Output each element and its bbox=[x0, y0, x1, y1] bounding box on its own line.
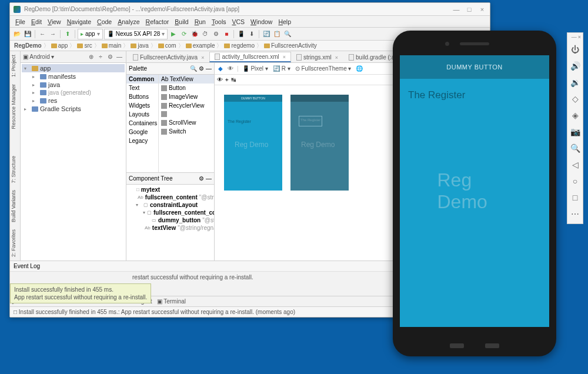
emulator-control-button[interactable]: 🔉 bbox=[567, 74, 583, 91]
emulator-control-button[interactable]: ◁ bbox=[567, 156, 583, 173]
sync-icon[interactable]: 🔄 bbox=[262, 29, 271, 39]
open-icon[interactable]: 📂 bbox=[12, 29, 22, 39]
palette-item[interactable]: Switch bbox=[159, 127, 214, 136]
palette-category[interactable]: Google bbox=[126, 128, 158, 136]
menu-window[interactable]: Window bbox=[248, 18, 275, 25]
design-preview[interactable]: DUMMY BUTTON The Register Reg Demo bbox=[224, 95, 282, 191]
component-tree-body[interactable]: □ mytextAb fullscreen_content "@string/r… bbox=[126, 185, 214, 261]
breadcrumb-item[interactable]: src bbox=[75, 42, 93, 49]
tree-item[interactable]: ▸java (generated) bbox=[22, 89, 125, 96]
tree-item[interactable]: ▾app bbox=[22, 64, 125, 72]
emu-minimize-icon[interactable]: — bbox=[572, 34, 577, 40]
breadcrumb-item[interactable]: main bbox=[100, 42, 123, 49]
orientation-select[interactable]: 🔄 R ▾ bbox=[272, 65, 292, 72]
debug-icon[interactable]: 🐞 bbox=[190, 29, 199, 39]
component-tree-item[interactable]: ▾▢ fullscreen_content_controls bbox=[128, 209, 213, 216]
run-config-dropdown[interactable]: ▸app ▾ bbox=[78, 29, 103, 39]
editor-tab[interactable]: FullscreenActivity.java× bbox=[128, 52, 209, 62]
bottom-tab[interactable]: ▣ Terminal bbox=[157, 298, 186, 305]
save-icon[interactable]: 💾 bbox=[23, 29, 32, 39]
tree-item[interactable]: ▸Gradle Scripts bbox=[22, 105, 125, 113]
breadcrumb-item[interactable]: RegDemo bbox=[12, 42, 44, 49]
profile-icon[interactable]: ⏱ bbox=[201, 29, 210, 39]
palette-items[interactable]: Ab TextViewButtonImageViewRecyclerViewSc… bbox=[159, 75, 214, 172]
palette-item[interactable] bbox=[159, 110, 214, 118]
ct-settings-icon[interactable]: ⚙ bbox=[199, 175, 204, 182]
breadcrumb-item[interactable]: FullscreenActivity bbox=[262, 42, 319, 49]
emulator-control-button[interactable]: ◈ bbox=[567, 107, 583, 123]
emulator-screen[interactable]: DUMMY BUTTON The Register Reg Demo bbox=[400, 55, 549, 327]
tree-item[interactable]: ▸manifests bbox=[22, 72, 125, 81]
menu-edit[interactable]: Edit bbox=[28, 18, 45, 25]
menu-navigate[interactable]: Navigate bbox=[64, 18, 94, 25]
palette-settings-icon[interactable]: ⚙ bbox=[199, 65, 204, 72]
forward-icon[interactable]: → bbox=[48, 29, 58, 39]
project-view-dropdown[interactable]: ▣ Android ▾ bbox=[23, 54, 54, 60]
palette-category[interactable]: Text bbox=[126, 84, 158, 92]
palette-category[interactable]: Layouts bbox=[126, 110, 158, 119]
tree-item[interactable]: ▸res bbox=[22, 96, 125, 105]
avd-icon[interactable]: 📱 bbox=[236, 29, 246, 39]
stop-icon[interactable]: ■ bbox=[222, 29, 231, 39]
palette-categories[interactable]: CommonTextButtonsWidgetsLayoutsContainer… bbox=[126, 75, 159, 172]
view-options-icon[interactable]: 👁 bbox=[226, 65, 235, 72]
close-button[interactable]: × bbox=[478, 5, 486, 14]
menu-code[interactable]: Code bbox=[94, 18, 115, 25]
project-tree[interactable]: ▾app▸manifests▸java▸java (generated)▸res… bbox=[21, 63, 126, 261]
breadcrumb-item[interactable]: example bbox=[184, 42, 217, 49]
hide-icon[interactable]: — bbox=[115, 53, 123, 61]
palette-category[interactable]: Widgets bbox=[126, 101, 158, 110]
run-icon[interactable]: ▶ bbox=[169, 29, 178, 39]
palette-search-icon[interactable]: 🔍 bbox=[190, 65, 197, 72]
palette-category[interactable]: Common bbox=[126, 75, 158, 84]
emulator-control-button[interactable]: ◇ bbox=[567, 91, 583, 107]
breadcrumb-item[interactable]: com bbox=[156, 42, 178, 49]
locale-select[interactable]: 🌐 bbox=[355, 65, 364, 72]
component-tree-item[interactable]: ▭ dummy_button "@str... bbox=[128, 216, 213, 224]
menu-view[interactable]: View bbox=[45, 18, 64, 25]
component-tree-item[interactable]: ▾▢ constraintLayout bbox=[128, 201, 213, 209]
collapse-icon[interactable]: ÷ bbox=[96, 53, 105, 61]
search-icon[interactable]: 🔍 bbox=[283, 29, 292, 39]
make-icon[interactable]: ⬆ bbox=[63, 29, 72, 39]
menu-vcs[interactable]: VCS bbox=[229, 18, 248, 25]
menu-refactor[interactable]: Refactor bbox=[143, 18, 172, 25]
palette-item[interactable]: RecyclerView bbox=[159, 101, 214, 110]
minimize-button[interactable]: — bbox=[452, 5, 460, 14]
attach-icon[interactable]: ⚙ bbox=[211, 29, 220, 39]
menu-run[interactable]: Run bbox=[192, 18, 209, 25]
editor-tab[interactable]: activity_fullscreen.xml× bbox=[209, 52, 291, 62]
emulator-control-button[interactable]: □ bbox=[567, 189, 583, 206]
maximize-button[interactable]: □ bbox=[465, 5, 473, 14]
tree-item[interactable]: ▸java bbox=[22, 81, 125, 89]
design-mode-icon[interactable]: ◆ bbox=[217, 65, 224, 72]
component-tree-item[interactable]: Ab fullscreen_content "@string/r... bbox=[128, 193, 213, 201]
emulator-control-button[interactable]: 🔊 bbox=[567, 58, 583, 74]
structure-icon[interactable]: 📋 bbox=[272, 29, 282, 39]
palette-category[interactable]: Buttons bbox=[126, 92, 158, 101]
breadcrumb-item[interactable]: java bbox=[129, 42, 150, 49]
sdk-icon[interactable]: ⬇ bbox=[247, 29, 256, 39]
menu-tools[interactable]: Tools bbox=[209, 18, 229, 25]
theme-select[interactable]: ⊙ FullscreenTheme ▾ bbox=[294, 65, 353, 72]
magnet-icon[interactable]: ⌖ bbox=[225, 76, 229, 84]
menu-build[interactable]: Build bbox=[172, 18, 191, 25]
emu-close-icon[interactable]: × bbox=[578, 34, 581, 40]
palette-category[interactable]: Legacy bbox=[126, 136, 158, 145]
arrow-icon[interactable]: ↹ bbox=[231, 76, 236, 83]
resource-manager-tab[interactable]: Resource Manager bbox=[10, 81, 20, 133]
palette-category[interactable]: Containers bbox=[126, 119, 158, 128]
palette-item[interactable]: ScrollView bbox=[159, 118, 214, 127]
favorites-tab[interactable]: 2: Favorites bbox=[10, 226, 20, 261]
select-opened-icon[interactable]: ⊕ bbox=[87, 53, 95, 61]
emulator-control-button[interactable]: 🔍 bbox=[567, 140, 583, 156]
blueprint-preview[interactable]: The Register Reg Demo bbox=[290, 95, 349, 191]
eye-icon[interactable]: 👁 bbox=[217, 76, 223, 83]
emulator-dummy-button[interactable]: DUMMY BUTTON bbox=[400, 55, 549, 79]
emulator-control-button[interactable]: 📷 bbox=[567, 123, 583, 140]
menu-help[interactable]: Help bbox=[275, 18, 294, 25]
palette-item[interactable]: ImageView bbox=[159, 92, 214, 101]
editor-tab[interactable]: strings.xml× bbox=[291, 52, 343, 62]
apply-changes-icon[interactable]: ⟳ bbox=[179, 29, 189, 39]
structure-tab[interactable]: 7: Structure bbox=[10, 152, 20, 187]
